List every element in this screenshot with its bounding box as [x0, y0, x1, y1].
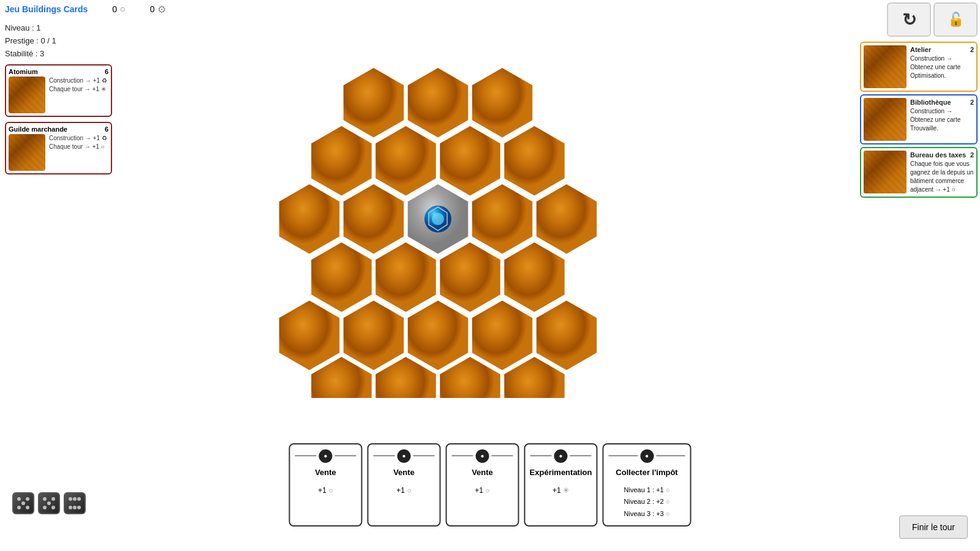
- hand-card-1[interactable]: Guilde marchande 6 Construction → +1 ♻ C…: [5, 122, 112, 174]
- shop-card-2[interactable]: Bureau des taxes 2 Chaque fois que vous …: [860, 147, 978, 198]
- svg-point-46: [77, 497, 81, 501]
- svg-marker-3: [343, 67, 404, 138]
- svg-point-14: [432, 213, 444, 225]
- top-buttons: ↻ 🔓: [860, 2, 978, 37]
- svg-marker-22: [279, 300, 340, 370]
- action-card-4-title: Collecter l'impôt: [616, 468, 677, 477]
- svg-point-41: [51, 506, 55, 509]
- svg-point-37: [26, 497, 29, 501]
- svg-marker-6: [311, 126, 372, 196]
- svg-marker-23: [343, 300, 404, 370]
- svg-point-42: [51, 497, 55, 501]
- shop-card-1-info: Bibliothèque 2 Construction → Obtenez un…: [910, 98, 974, 141]
- action-card-3-icon: ●: [554, 449, 568, 463]
- action-card-2-effect: +1 ○: [475, 484, 489, 498]
- svg-point-40: [47, 501, 51, 505]
- right-panel: ↻ 🔓 Atelier 2 Construction → Obtenez une…: [858, 0, 980, 200]
- svg-point-45: [73, 497, 77, 501]
- action-card-0[interactable]: ● Vente +1 ○: [289, 443, 363, 527]
- svg-marker-25: [472, 300, 533, 370]
- svg-marker-4: [407, 67, 469, 138]
- bottom-cards: ● Vente +1 ○ ● Vente +1 ○ ● Vente +1 ○: [289, 443, 692, 527]
- lock-icon: 🔓: [948, 12, 964, 28]
- svg-point-38: [17, 506, 21, 509]
- shop-card-2-name: Bureau des taxes: [910, 151, 966, 160]
- action-card-3[interactable]: ● Expérimentation +1 ✳: [524, 443, 598, 527]
- shop-card-0-name: Atelier: [910, 45, 931, 54]
- shop-card-2-info: Bureau des taxes 2 Chaque fois que vous …: [910, 151, 974, 194]
- hand-card-0[interactable]: Atomium 6 Construction → +1 ♻ Chaque tou…: [5, 64, 112, 117]
- hex-grid-svg: [257, 55, 600, 398]
- svg-point-35: [21, 501, 25, 505]
- svg-marker-19: [375, 242, 437, 312]
- action-card-0-icon: ●: [319, 449, 333, 463]
- shop-card-0-desc: Construction → Obtenez une carte Optimis…: [910, 54, 974, 80]
- hand-card-1-image: [9, 134, 45, 171]
- svg-marker-24: [407, 300, 469, 370]
- hand-card-0-image: [9, 77, 45, 113]
- svg-marker-8: [440, 126, 501, 196]
- action-card-0-effect: +1 ○: [318, 484, 333, 498]
- hex-grid: [123, 0, 735, 429]
- shop-card-2-desc: Chaque fois que vous gagnez de la depuis…: [910, 160, 974, 194]
- action-card-2-icon: ●: [476, 449, 489, 463]
- refresh-button[interactable]: ↻: [887, 2, 931, 37]
- prestige-stat: Prestige : 0 / 1: [5, 36, 111, 45]
- die-2: [38, 492, 60, 514]
- svg-point-44: [69, 497, 72, 501]
- svg-point-48: [73, 506, 77, 509]
- end-turn-button[interactable]: Finir le tour: [899, 515, 968, 539]
- shop-card-2-image: [864, 151, 907, 193]
- svg-point-49: [77, 506, 81, 509]
- svg-marker-17: [536, 184, 597, 254]
- svg-marker-11: [343, 184, 404, 254]
- shop-card-0-info: Atelier 2 Construction → Obtenez une car…: [910, 45, 974, 88]
- action-card-1-icon: ●: [398, 449, 411, 463]
- svg-marker-21: [504, 242, 565, 312]
- svg-marker-18: [311, 242, 372, 312]
- stability-stat: Stabilité : 3: [5, 49, 111, 58]
- action-card-3-effect: +1 ✳: [552, 484, 569, 498]
- svg-marker-20: [440, 242, 501, 312]
- die-3: [64, 492, 86, 514]
- svg-point-39: [43, 497, 47, 501]
- svg-marker-16: [472, 184, 533, 254]
- svg-marker-7: [375, 126, 437, 196]
- svg-marker-26: [536, 300, 597, 370]
- action-card-1[interactable]: ● Vente +1 ○: [368, 443, 441, 527]
- hand-card-1-name: Guilde marchande: [9, 126, 67, 133]
- lock-button[interactable]: 🔓: [933, 2, 978, 37]
- svg-point-47: [69, 506, 72, 509]
- hand-card-1-text: Construction → +1 ♻ Chaque tour → +1 ○: [49, 134, 107, 171]
- svg-marker-5: [472, 67, 533, 138]
- coins-count: 0: [112, 4, 117, 14]
- level-stat: Niveau : 1: [5, 23, 111, 32]
- action-card-0-title: Vente: [315, 468, 336, 477]
- action-card-3-title: Expérimentation: [530, 468, 592, 477]
- shop-card-1-image: [864, 98, 907, 141]
- shop-card-1-name: Bibliothèque: [910, 98, 951, 107]
- dice-area: [12, 492, 86, 514]
- action-card-4-effect: Niveau 1 : +1 ○ Niveau 2 : +2 ○ Niveau 3…: [624, 484, 670, 520]
- svg-point-43: [43, 506, 47, 509]
- hand-card-0-name: Atomium: [9, 68, 38, 75]
- shop-card-0-cost: 2: [970, 45, 974, 54]
- svg-point-36: [26, 506, 29, 509]
- svg-marker-10: [279, 184, 340, 254]
- die-1: [12, 492, 34, 514]
- action-card-1-title: Vente: [393, 468, 415, 477]
- shop-card-1-cost: 2: [970, 98, 974, 107]
- shop-card-0[interactable]: Atelier 2 Construction → Obtenez une car…: [860, 42, 978, 92]
- action-card-1-effect: +1 ○: [396, 484, 411, 498]
- action-card-2[interactable]: ● Vente +1 ○: [446, 443, 519, 527]
- hand-card-0-cost: 6: [105, 68, 108, 75]
- game-title: Jeu Buildings Cards: [5, 4, 88, 14]
- shop-card-1[interactable]: Bibliothèque 2 Construction → Obtenez un…: [860, 94, 978, 144]
- shop-card-2-cost: 2: [970, 151, 974, 160]
- action-card-4[interactable]: ● Collecter l'impôt Niveau 1 : +1 ○ Nive…: [603, 443, 692, 527]
- svg-marker-9: [504, 126, 565, 196]
- shop-card-0-image: [864, 45, 907, 88]
- action-card-4-icon: ●: [640, 449, 654, 463]
- refresh-icon: ↻: [902, 10, 916, 30]
- shop-card-1-desc: Construction → Obtenez une carte Trouvai…: [910, 107, 974, 133]
